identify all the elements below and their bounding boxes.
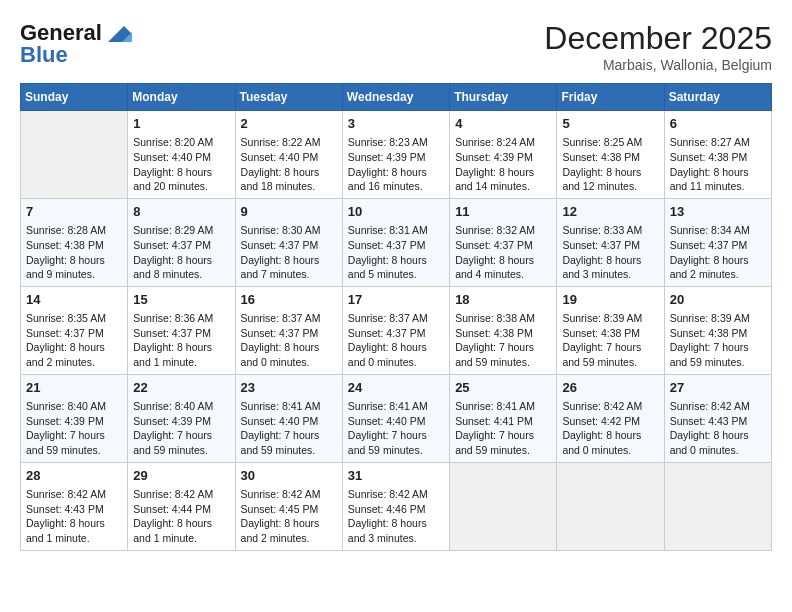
calendar-week-2: 7Sunrise: 8:28 AMSunset: 4:38 PMDaylight… (21, 198, 772, 286)
day-number: 7 (26, 203, 122, 221)
calendar-cell: 2Sunrise: 8:22 AMSunset: 4:40 PMDaylight… (235, 111, 342, 199)
daylight-text: Daylight: 8 hours and 0 minutes. (241, 340, 337, 369)
calendar-cell: 29Sunrise: 8:42 AMSunset: 4:44 PMDayligh… (128, 462, 235, 550)
calendar-cell: 26Sunrise: 8:42 AMSunset: 4:42 PMDayligh… (557, 374, 664, 462)
header-monday: Monday (128, 84, 235, 111)
sunrise-text: Sunrise: 8:39 AM (562, 311, 658, 326)
sunrise-text: Sunrise: 8:33 AM (562, 223, 658, 238)
day-number: 20 (670, 291, 766, 309)
day-number: 28 (26, 467, 122, 485)
calendar-cell: 4Sunrise: 8:24 AMSunset: 4:39 PMDaylight… (450, 111, 557, 199)
header-sunday: Sunday (21, 84, 128, 111)
day-number: 26 (562, 379, 658, 397)
logo: General Blue (20, 20, 134, 68)
sunrise-text: Sunrise: 8:42 AM (348, 487, 444, 502)
calendar-body: 1Sunrise: 8:20 AMSunset: 4:40 PMDaylight… (21, 111, 772, 551)
day-number: 2 (241, 115, 337, 133)
daylight-text: Daylight: 8 hours and 1 minute. (26, 516, 122, 545)
daylight-text: Daylight: 8 hours and 0 minutes. (562, 428, 658, 457)
sunrise-text: Sunrise: 8:24 AM (455, 135, 551, 150)
daylight-text: Daylight: 7 hours and 59 minutes. (455, 340, 551, 369)
sunset-text: Sunset: 4:39 PM (133, 414, 229, 429)
sunset-text: Sunset: 4:40 PM (241, 150, 337, 165)
sunrise-text: Sunrise: 8:36 AM (133, 311, 229, 326)
daylight-text: Daylight: 7 hours and 59 minutes. (455, 428, 551, 457)
daylight-text: Daylight: 7 hours and 59 minutes. (348, 428, 444, 457)
sunrise-text: Sunrise: 8:42 AM (133, 487, 229, 502)
sunset-text: Sunset: 4:38 PM (670, 150, 766, 165)
calendar-cell: 3Sunrise: 8:23 AMSunset: 4:39 PMDaylight… (342, 111, 449, 199)
day-number: 25 (455, 379, 551, 397)
calendar-cell: 22Sunrise: 8:40 AMSunset: 4:39 PMDayligh… (128, 374, 235, 462)
day-number: 13 (670, 203, 766, 221)
calendar-cell: 7Sunrise: 8:28 AMSunset: 4:38 PMDaylight… (21, 198, 128, 286)
daylight-text: Daylight: 8 hours and 0 minutes. (670, 428, 766, 457)
sunrise-text: Sunrise: 8:42 AM (670, 399, 766, 414)
calendar-cell: 15Sunrise: 8:36 AMSunset: 4:37 PMDayligh… (128, 286, 235, 374)
daylight-text: Daylight: 8 hours and 0 minutes. (348, 340, 444, 369)
sunset-text: Sunset: 4:38 PM (670, 326, 766, 341)
location: Marbais, Wallonia, Belgium (544, 57, 772, 73)
sunset-text: Sunset: 4:39 PM (26, 414, 122, 429)
calendar-cell: 31Sunrise: 8:42 AMSunset: 4:46 PMDayligh… (342, 462, 449, 550)
calendar-cell: 18Sunrise: 8:38 AMSunset: 4:38 PMDayligh… (450, 286, 557, 374)
sunset-text: Sunset: 4:38 PM (455, 326, 551, 341)
sunset-text: Sunset: 4:39 PM (455, 150, 551, 165)
header-tuesday: Tuesday (235, 84, 342, 111)
calendar-cell: 17Sunrise: 8:37 AMSunset: 4:37 PMDayligh… (342, 286, 449, 374)
sunrise-text: Sunrise: 8:39 AM (670, 311, 766, 326)
sunrise-text: Sunrise: 8:34 AM (670, 223, 766, 238)
day-number: 14 (26, 291, 122, 309)
sunrise-text: Sunrise: 8:28 AM (26, 223, 122, 238)
day-number: 30 (241, 467, 337, 485)
day-number: 8 (133, 203, 229, 221)
day-number: 29 (133, 467, 229, 485)
sunset-text: Sunset: 4:37 PM (455, 238, 551, 253)
sunset-text: Sunset: 4:45 PM (241, 502, 337, 517)
sunset-text: Sunset: 4:40 PM (241, 414, 337, 429)
daylight-text: Daylight: 8 hours and 1 minute. (133, 340, 229, 369)
calendar-cell (557, 462, 664, 550)
day-number: 1 (133, 115, 229, 133)
sunset-text: Sunset: 4:41 PM (455, 414, 551, 429)
sunrise-text: Sunrise: 8:32 AM (455, 223, 551, 238)
day-number: 18 (455, 291, 551, 309)
sunrise-text: Sunrise: 8:22 AM (241, 135, 337, 150)
sunrise-text: Sunrise: 8:42 AM (26, 487, 122, 502)
calendar-cell: 23Sunrise: 8:41 AMSunset: 4:40 PMDayligh… (235, 374, 342, 462)
daylight-text: Daylight: 8 hours and 5 minutes. (348, 253, 444, 282)
sunset-text: Sunset: 4:38 PM (26, 238, 122, 253)
daylight-text: Daylight: 8 hours and 11 minutes. (670, 165, 766, 194)
calendar-cell (664, 462, 771, 550)
header-friday: Friday (557, 84, 664, 111)
sunrise-text: Sunrise: 8:40 AM (26, 399, 122, 414)
sunrise-text: Sunrise: 8:41 AM (241, 399, 337, 414)
daylight-text: Daylight: 8 hours and 2 minutes. (670, 253, 766, 282)
day-number: 31 (348, 467, 444, 485)
calendar-week-1: 1Sunrise: 8:20 AMSunset: 4:40 PMDaylight… (21, 111, 772, 199)
daylight-text: Daylight: 7 hours and 59 minutes. (241, 428, 337, 457)
daylight-text: Daylight: 8 hours and 8 minutes. (133, 253, 229, 282)
calendar-cell: 1Sunrise: 8:20 AMSunset: 4:40 PMDaylight… (128, 111, 235, 199)
day-number: 22 (133, 379, 229, 397)
day-number: 12 (562, 203, 658, 221)
sunset-text: Sunset: 4:46 PM (348, 502, 444, 517)
month-title: December 2025 (544, 20, 772, 57)
daylight-text: Daylight: 8 hours and 1 minute. (133, 516, 229, 545)
calendar-cell: 10Sunrise: 8:31 AMSunset: 4:37 PMDayligh… (342, 198, 449, 286)
daylight-text: Daylight: 8 hours and 18 minutes. (241, 165, 337, 194)
sunrise-text: Sunrise: 8:27 AM (670, 135, 766, 150)
daylight-text: Daylight: 8 hours and 14 minutes. (455, 165, 551, 194)
day-number: 17 (348, 291, 444, 309)
sunset-text: Sunset: 4:42 PM (562, 414, 658, 429)
day-number: 16 (241, 291, 337, 309)
sunset-text: Sunset: 4:37 PM (133, 326, 229, 341)
sunrise-text: Sunrise: 8:41 AM (348, 399, 444, 414)
calendar-cell: 25Sunrise: 8:41 AMSunset: 4:41 PMDayligh… (450, 374, 557, 462)
sunrise-text: Sunrise: 8:35 AM (26, 311, 122, 326)
daylight-text: Daylight: 7 hours and 59 minutes. (562, 340, 658, 369)
daylight-text: Daylight: 8 hours and 4 minutes. (455, 253, 551, 282)
sunset-text: Sunset: 4:37 PM (348, 326, 444, 341)
sunset-text: Sunset: 4:39 PM (348, 150, 444, 165)
day-number: 5 (562, 115, 658, 133)
